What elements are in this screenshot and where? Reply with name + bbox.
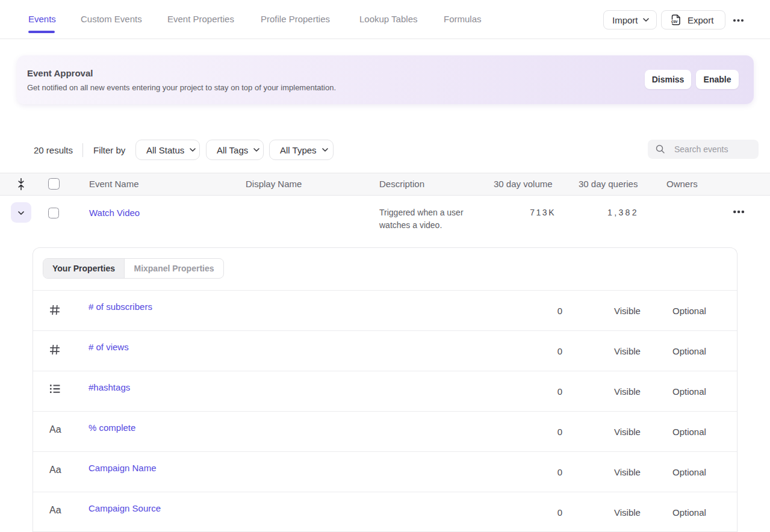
svg-text:csv: csv [671,19,678,23]
